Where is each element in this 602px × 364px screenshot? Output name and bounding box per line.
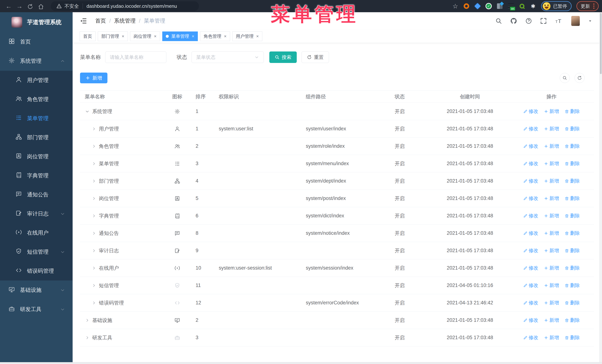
sidebar-item-0[interactable]: 首页: [0, 32, 73, 52]
breadcrumb-item-0[interactable]: 首页: [95, 17, 106, 25]
sidebar-item-1[interactable]: 系统管理: [0, 52, 73, 71]
extension-tiles-icon[interactable]: [497, 3, 503, 9]
tree-expand-icon[interactable]: [92, 162, 96, 166]
status-select[interactable]: 菜单状态: [192, 52, 264, 63]
tree-expand-icon[interactable]: [92, 179, 96, 183]
tab-4[interactable]: 角色管理×: [200, 31, 230, 41]
help-button[interactable]: [525, 18, 532, 24]
tree-expand-icon[interactable]: [85, 109, 89, 114]
edit-link[interactable]: 修改: [523, 300, 538, 306]
vertical-scrollbar[interactable]: [599, 12, 602, 362]
tab-close-icon[interactable]: ×: [256, 34, 259, 39]
tab-3[interactable]: 菜单管理×: [162, 31, 198, 41]
add-child-link[interactable]: 新增: [544, 125, 559, 132]
user-avatar[interactable]: [571, 16, 580, 26]
extension-switch-icon[interactable]: on: [508, 3, 514, 9]
add-child-link[interactable]: 新增: [544, 334, 559, 341]
extensions-puzzle-icon[interactable]: ✱: [530, 3, 536, 9]
delete-link[interactable]: 删除: [565, 108, 580, 114]
delete-link[interactable]: 删除: [565, 265, 580, 271]
tab-close-icon[interactable]: ×: [122, 34, 124, 39]
app-logo[interactable]: 芋道管理系统: [0, 12, 73, 32]
tab-close-icon[interactable]: ×: [224, 34, 226, 39]
edit-link[interactable]: 修改: [523, 160, 538, 167]
scrollbar-thumb[interactable]: [600, 13, 602, 74]
url-text[interactable]: dashboard.yudao.iocoder.cn/system/menu: [86, 3, 177, 9]
delete-link[interactable]: 删除: [565, 334, 580, 341]
reset-button[interactable]: 重置: [301, 52, 329, 63]
add-child-link[interactable]: 新增: [544, 265, 559, 271]
add-child-link[interactable]: 新增: [544, 300, 559, 306]
extension-orange-icon[interactable]: [463, 3, 470, 9]
sidebar-item-12[interactable]: 错误码管理: [0, 261, 73, 281]
browser-update-button[interactable]: 更新: [576, 1, 599, 11]
sidebar-item-13[interactable]: 基础设施: [0, 281, 73, 300]
add-button[interactable]: 新增: [80, 73, 108, 83]
delete-link[interactable]: 删除: [565, 317, 580, 323]
sidebar-item-3[interactable]: 角色管理: [0, 90, 73, 109]
add-child-link[interactable]: 新增: [544, 282, 559, 289]
sidebar-item-4[interactable]: 菜单管理: [0, 109, 73, 128]
tab-2[interactable]: 岗位管理×: [130, 31, 160, 41]
delete-link[interactable]: 删除: [565, 247, 580, 254]
menu-name-input[interactable]: [105, 52, 166, 63]
tree-expand-icon[interactable]: [92, 249, 96, 253]
delete-link[interactable]: 删除: [565, 230, 580, 236]
tab-1[interactable]: 部门管理×: [98, 31, 128, 41]
tree-expand-icon[interactable]: [92, 214, 96, 218]
delete-link[interactable]: 删除: [565, 125, 580, 132]
extension-gem-icon[interactable]: [474, 3, 481, 9]
refresh-table-button[interactable]: [575, 73, 585, 83]
add-child-link[interactable]: 新增: [544, 143, 559, 149]
search-button[interactable]: 搜索: [269, 52, 297, 63]
sidebar-item-8[interactable]: 通知公告: [0, 185, 73, 204]
edit-link[interactable]: 修改: [523, 317, 538, 323]
sidebar-item-5[interactable]: 部门管理: [0, 128, 73, 147]
edit-link[interactable]: 修改: [523, 143, 538, 149]
address-bar[interactable]: 不安全 dashboard.yudao.iocoder.cn/system/me…: [51, 1, 199, 11]
sidebar-item-9[interactable]: 审计日志: [0, 204, 73, 223]
browser-profile-button[interactable]: 已暂停: [541, 1, 572, 11]
edit-link[interactable]: 修改: [523, 282, 538, 289]
delete-link[interactable]: 删除: [565, 143, 580, 149]
sidebar-item-11[interactable]: 短信管理: [0, 242, 73, 261]
delete-link[interactable]: 删除: [565, 282, 580, 289]
browser-reload-button[interactable]: [25, 3, 36, 10]
tab-close-icon[interactable]: ×: [192, 34, 194, 39]
tree-expand-icon[interactable]: [92, 266, 96, 270]
browser-back-button[interactable]: ←: [3, 3, 14, 10]
tab-5[interactable]: 用户管理×: [232, 31, 262, 41]
tree-expand-icon[interactable]: [85, 318, 89, 322]
add-child-link[interactable]: 新增: [544, 178, 559, 184]
delete-link[interactable]: 删除: [565, 213, 580, 219]
sidebar-item-10[interactable]: 在线用户: [0, 223, 73, 242]
edit-link[interactable]: 修改: [523, 213, 538, 219]
extension-magnifier-icon[interactable]: [519, 3, 525, 9]
add-child-link[interactable]: 新增: [544, 160, 559, 167]
tree-expand-icon[interactable]: [92, 144, 96, 148]
font-size-button[interactable]: TT: [555, 18, 563, 24]
github-link-button[interactable]: [510, 17, 517, 24]
edit-link[interactable]: 修改: [523, 265, 538, 271]
edit-link[interactable]: 修改: [523, 195, 538, 202]
bookmark-star-icon[interactable]: ☆: [452, 3, 458, 9]
sidebar-item-2[interactable]: 用户管理: [0, 71, 73, 90]
edit-link[interactable]: 修改: [523, 334, 538, 341]
edit-link[interactable]: 修改: [523, 108, 538, 114]
tab-0[interactable]: 首页: [80, 31, 96, 41]
tab-close-icon[interactable]: ×: [154, 34, 157, 39]
edit-link[interactable]: 修改: [523, 178, 538, 184]
sidebar-item-7[interactable]: 字典管理: [0, 166, 73, 185]
toggle-search-button[interactable]: [560, 73, 570, 83]
breadcrumb-item-1[interactable]: 系统管理: [114, 17, 136, 25]
tree-expand-icon[interactable]: [85, 336, 89, 340]
browser-menu-icon[interactable]: [593, 3, 594, 9]
tree-expand-icon[interactable]: [92, 301, 96, 305]
sidebar-collapse-button[interactable]: [80, 17, 87, 25]
add-child-link[interactable]: 新增: [544, 230, 559, 236]
edit-link[interactable]: 修改: [523, 230, 538, 236]
sidebar-item-14[interactable]: 研发工具: [0, 300, 73, 319]
header-search-button[interactable]: [495, 18, 502, 24]
add-child-link[interactable]: 新增: [544, 195, 559, 202]
browser-forward-button[interactable]: →: [14, 3, 25, 10]
